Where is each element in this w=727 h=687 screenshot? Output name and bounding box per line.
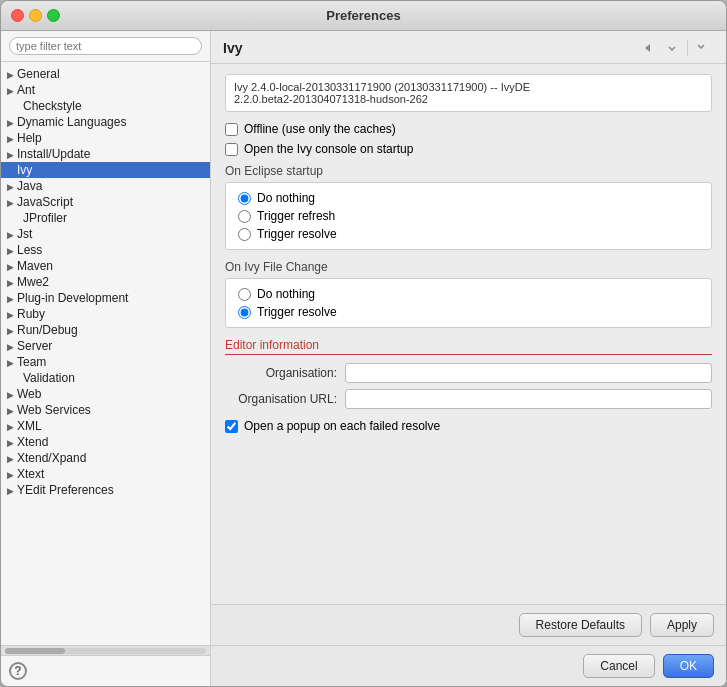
popup-resolve-label[interactable]: Open a popup on each failed resolve <box>244 419 440 433</box>
sidebar-label-install-update: Install/Update <box>17 147 90 161</box>
ok-button[interactable]: OK <box>663 654 714 678</box>
help-button[interactable]: ? <box>9 662 27 680</box>
apply-button[interactable]: Apply <box>650 613 714 637</box>
popup-resolve-checkbox[interactable] <box>225 420 238 433</box>
offline-checkbox[interactable] <box>225 123 238 136</box>
offline-label[interactable]: Offline (use only the caches) <box>244 122 396 136</box>
sidebar-label-plug-in-development: Plug-in Development <box>17 291 128 305</box>
ivy-file-change-label: On Ivy File Change <box>225 260 712 274</box>
organisation-url-input[interactable] <box>345 389 712 409</box>
ivy-version-box: Ivy 2.4.0-local-20130331171900 (20130331… <box>225 74 712 112</box>
eclipse-do-nothing-label[interactable]: Do nothing <box>257 191 315 205</box>
tree-arrow-general: ▶ <box>7 70 17 80</box>
maximize-button[interactable] <box>47 9 60 22</box>
sidebar-item-team[interactable]: ▶Team <box>1 354 210 370</box>
sidebar-item-xml[interactable]: ▶XML <box>1 418 210 434</box>
sidebar-label-team: Team <box>17 355 46 369</box>
tree-arrow-plug-in-development: ▶ <box>7 294 17 304</box>
tree-arrow-mwe2: ▶ <box>7 278 17 288</box>
dropdown-button[interactable] <box>661 37 683 59</box>
menu-button[interactable] <box>692 37 714 59</box>
eclipse-do-nothing-radio[interactable] <box>238 192 251 205</box>
sidebar-item-yedit-preferences[interactable]: ▶YEdit Preferences <box>1 482 210 498</box>
sidebar-search-area <box>1 31 210 62</box>
ivy-do-nothing-radio[interactable] <box>238 288 251 301</box>
sidebar-item-ruby[interactable]: ▶Ruby <box>1 306 210 322</box>
scrollbar-thumb[interactable] <box>5 648 65 654</box>
eclipse-trigger-resolve-label[interactable]: Trigger resolve <box>257 227 337 241</box>
sidebar-item-xtext[interactable]: ▶Xtext <box>1 466 210 482</box>
back-button[interactable] <box>637 37 659 59</box>
eclipse-trigger-resolve-radio[interactable] <box>238 228 251 241</box>
sidebar-item-less[interactable]: ▶Less <box>1 242 210 258</box>
sidebar-item-install-update[interactable]: ▶Install/Update <box>1 146 210 162</box>
tree-arrow-xtext: ▶ <box>7 470 17 480</box>
sidebar-item-help[interactable]: ▶Help <box>1 130 210 146</box>
sidebar-label-ivy: Ivy <box>17 163 32 177</box>
editor-info-section: Editor information Organisation: Organis… <box>225 338 712 409</box>
sidebar-item-web-services[interactable]: ▶Web Services <box>1 402 210 418</box>
ivy-settings-content: Ivy 2.4.0-local-20130331171900 (20130331… <box>211 64 726 604</box>
bottom-right: Restore Defaults Apply <box>519 613 714 637</box>
tree-arrow-java: ▶ <box>7 182 17 192</box>
sidebar-item-jst[interactable]: ▶Jst <box>1 226 210 242</box>
editor-info-label: Editor information <box>225 338 712 355</box>
sidebar-item-javascript[interactable]: ▶JavaScript <box>1 194 210 210</box>
sidebar-label-xtend: Xtend <box>17 435 48 449</box>
sidebar-item-plug-in-development[interactable]: ▶Plug-in Development <box>1 290 210 306</box>
sidebar-item-xtend[interactable]: ▶Xtend <box>1 434 210 450</box>
sidebar-item-maven[interactable]: ▶Maven <box>1 258 210 274</box>
titlebar: Preferences <box>1 1 726 31</box>
sidebar-item-web[interactable]: ▶Web <box>1 386 210 402</box>
sidebar-label-help: Help <box>17 131 42 145</box>
sidebar-item-mwe2[interactable]: ▶Mwe2 <box>1 274 210 290</box>
window-title: Preferences <box>326 8 400 23</box>
console-row: Open the Ivy console on startup <box>225 142 712 156</box>
sidebar-label-web: Web <box>17 387 41 401</box>
console-checkbox[interactable] <box>225 143 238 156</box>
close-button[interactable] <box>11 9 24 22</box>
sidebar-scrollbar[interactable] <box>1 645 210 655</box>
eclipse-startup-label: On Eclipse startup <box>225 164 712 178</box>
sidebar-item-server[interactable]: ▶Server <box>1 338 210 354</box>
ivy-version-line1: Ivy 2.4.0-local-20130331171900 (20130331… <box>234 81 703 93</box>
tree-arrow-ruby: ▶ <box>7 310 17 320</box>
tree-arrow-help: ▶ <box>7 134 17 144</box>
sidebar-item-validation[interactable]: Validation <box>1 370 210 386</box>
tree-arrow-web: ▶ <box>7 390 17 400</box>
sidebar-item-xtend-xpand[interactable]: ▶Xtend/Xpand <box>1 450 210 466</box>
tree-arrow-xtend: ▶ <box>7 438 17 448</box>
sidebar-item-run-debug[interactable]: ▶Run/Debug <box>1 322 210 338</box>
sidebar-tree: ▶General▶AntCheckstyle▶Dynamic Languages… <box>1 62 210 645</box>
sidebar-item-ant[interactable]: ▶Ant <box>1 82 210 98</box>
sidebar-label-xtend-xpand: Xtend/Xpand <box>17 451 86 465</box>
sidebar-label-ruby: Ruby <box>17 307 45 321</box>
ivy-version-line2: 2.2.0.beta2-201304071318-hudson-262 <box>234 93 703 105</box>
ivy-trigger-resolve-radio[interactable] <box>238 306 251 319</box>
action-bar: Cancel OK <box>211 645 726 686</box>
cancel-button[interactable]: Cancel <box>583 654 654 678</box>
organisation-row: Organisation: <box>225 363 712 383</box>
sidebar-item-checkstyle[interactable]: Checkstyle <box>1 98 210 114</box>
restore-defaults-button[interactable]: Restore Defaults <box>519 613 642 637</box>
tree-arrow-jst: ▶ <box>7 230 17 240</box>
sidebar-item-java[interactable]: ▶Java <box>1 178 210 194</box>
console-label[interactable]: Open the Ivy console on startup <box>244 142 413 156</box>
minimize-button[interactable] <box>29 9 42 22</box>
sidebar-item-ivy[interactable]: Ivy <box>1 162 210 178</box>
sidebar-label-yedit-preferences: YEdit Preferences <box>17 483 114 497</box>
tree-arrow-web-services: ▶ <box>7 406 17 416</box>
main-panel: Ivy Ivy 2.4.0-local-201 <box>211 31 726 686</box>
eclipse-trigger-refresh-radio[interactable] <box>238 210 251 223</box>
sidebar-item-jprofiler[interactable]: JProfiler <box>1 210 210 226</box>
sidebar-item-dynamic-languages[interactable]: ▶Dynamic Languages <box>1 114 210 130</box>
sidebar-item-general[interactable]: ▶General <box>1 66 210 82</box>
organisation-input[interactable] <box>345 363 712 383</box>
sidebar-label-less: Less <box>17 243 42 257</box>
ivy-do-nothing-label[interactable]: Do nothing <box>257 287 315 301</box>
eclipse-trigger-refresh-label[interactable]: Trigger refresh <box>257 209 335 223</box>
ivy-trigger-resolve-label[interactable]: Trigger resolve <box>257 305 337 319</box>
sidebar-label-web-services: Web Services <box>17 403 91 417</box>
search-input[interactable] <box>9 37 202 55</box>
tree-arrow-run-debug: ▶ <box>7 326 17 336</box>
